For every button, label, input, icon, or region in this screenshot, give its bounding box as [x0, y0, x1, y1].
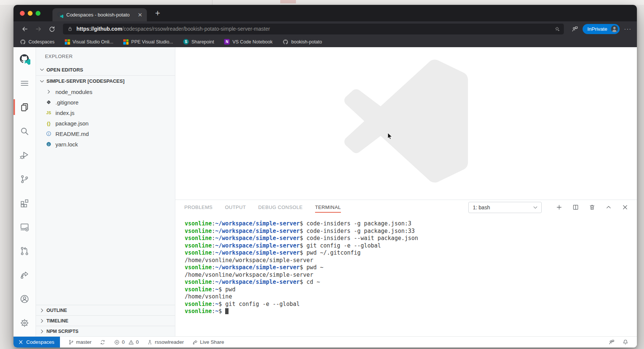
person-icon — [147, 339, 153, 345]
reload-button[interactable] — [46, 23, 58, 34]
menu-icon — [19, 78, 30, 88]
activity-live-share[interactable] — [13, 263, 36, 287]
kill-terminal-button[interactable] — [589, 204, 596, 211]
activity-source-control[interactable] — [13, 167, 36, 191]
bookmark-codespaces[interactable]: Codespaces — [20, 39, 55, 45]
section-npm-scripts[interactable]: NPM SCRIPTS — [36, 326, 175, 336]
notifications-bell-icon[interactable] — [622, 339, 629, 345]
section-label: OUTLINE — [46, 308, 67, 313]
favorite-star-icon[interactable] — [554, 26, 560, 32]
terminal-line: vsonline:~$pwd — [185, 286, 637, 294]
file-node-modules[interactable]: node_modules — [36, 87, 175, 97]
bookmark-sharepoint[interactable]: SSharepoint — [183, 39, 214, 45]
status-remote-codespaces[interactable]: Codespaces — [13, 337, 60, 348]
address-bar[interactable]: https://github.com/codespaces/rssowlread… — [63, 24, 564, 34]
status-sync-button[interactable] — [100, 339, 106, 345]
activity-codespaces-home[interactable] — [13, 47, 36, 71]
section-open-editors[interactable]: OPEN EDITORS — [36, 64, 175, 75]
file-package-json[interactable]: {}package.json — [36, 118, 175, 128]
extensions-icon — [19, 198, 30, 208]
yarn-file-icon — [45, 141, 52, 147]
tab-close-icon[interactable]: ✕ — [137, 12, 143, 18]
status-user[interactable]: rssowlreader — [147, 339, 184, 345]
terminal-stdout: /home/vsonline — [185, 293, 232, 300]
new-terminal-icon — [556, 204, 563, 211]
terminal-prompt-colon: : — [212, 249, 215, 256]
zoom-window-button[interactable] — [36, 11, 40, 16]
new-tab-button[interactable]: + — [155, 9, 160, 18]
terminal-prompt-path: ~/workspace/simple-server — [215, 228, 300, 234]
terminal-command: pwd ~/.gitconfig — [303, 249, 361, 256]
terminal-prompt-path: ~/workspace/simple-server — [215, 220, 300, 227]
panel-tab-problems[interactable]: PROBLEMS — [184, 200, 212, 215]
new-terminal-button[interactable] — [556, 204, 563, 211]
send-feedback-button[interactable] — [569, 23, 581, 34]
split-terminal-button[interactable] — [572, 204, 579, 211]
terminal-line: /home/vsonline/workspace/simple-server — [185, 257, 637, 264]
terminal-command: git config -e --global — [303, 242, 381, 249]
file-name: node_modules — [55, 89, 92, 95]
close-window-button[interactable] — [20, 11, 25, 16]
maximize-panel-button[interactable] — [605, 204, 612, 211]
minimize-window-button[interactable] — [28, 11, 33, 16]
activity-run-debug[interactable] — [13, 143, 36, 167]
activity-extensions[interactable] — [13, 191, 36, 215]
terminal-command: cd ~ — [303, 279, 320, 285]
forward-button[interactable] — [32, 23, 44, 34]
file-readme-md[interactable]: README.md — [36, 128, 175, 139]
browser-menu-button[interactable]: ··· — [624, 26, 632, 32]
activity-menu[interactable] — [13, 71, 36, 95]
panel-tab-terminal[interactable]: TERMINAL — [315, 200, 341, 215]
bookmark-vs-code-notebook[interactable]: NVS Code Notebook — [224, 39, 272, 45]
activity-search[interactable] — [13, 119, 36, 143]
panel-action-icons — [556, 204, 629, 211]
close-panel-button[interactable] — [622, 204, 629, 211]
terminal-prompt-colon: : — [212, 242, 215, 249]
feedback-icon[interactable] — [608, 339, 615, 345]
file-gitignore[interactable]: .gitignore — [36, 97, 175, 107]
panel-tab-output[interactable]: OUTPUT — [225, 200, 246, 215]
bookmark-bookish-potato[interactable]: bookish-potato — [282, 39, 322, 45]
terminal-line: vsonline:~/workspace/simple-server$git c… — [185, 242, 637, 250]
section-timeline[interactable]: TIMELINE — [36, 315, 175, 326]
terminal-line: vsonline:~/workspace/simple-server$code-… — [185, 220, 637, 228]
section-workspace[interactable]: SIMPLE-SERVER [CODESPACES] — [36, 75, 175, 87]
panel-tab-debug-console[interactable]: DEBUG CONSOLE — [258, 200, 303, 215]
chevron-right-icon — [39, 318, 45, 324]
terminal-command: code-insiders --wait package.json — [303, 235, 418, 242]
status-live-share[interactable]: Live Share — [192, 339, 224, 345]
terminal-prompt-colon: : — [212, 235, 215, 242]
terminal-prompt-colon: : — [212, 308, 215, 315]
back-button[interactable] — [19, 23, 31, 34]
gear-icon — [19, 318, 30, 328]
section-outline[interactable]: OUTLINE — [36, 305, 175, 315]
file-list: node_modules.gitignoreJSindex.js{}packag… — [36, 87, 175, 149]
activity-settings[interactable] — [13, 311, 36, 335]
lock-icon — [67, 26, 73, 32]
codespaces-icon — [19, 54, 30, 65]
terminal-output[interactable]: vsonline:~/workspace/simple-server$code-… — [175, 215, 637, 336]
activity-github-pull-requests[interactable] — [13, 239, 36, 263]
activity-remote-explorer[interactable] — [13, 215, 36, 239]
bookmark-visual-studio-onli[interactable]: Visual Studio Onli... — [65, 39, 114, 45]
warning-icon — [128, 339, 134, 345]
ms-logo-square — [67, 42, 70, 45]
bookmark-ppe-visual-studio[interactable]: PPE Visual Studio... — [123, 39, 173, 45]
status-problems[interactable]: 0 0 — [114, 339, 139, 345]
terminal-line: vsonline:~/workspace/simple-server$cd ~ — [185, 279, 637, 286]
reload-icon — [48, 25, 55, 33]
microsoft-logo-icon — [123, 39, 129, 45]
editor-area[interactable] — [175, 47, 637, 200]
terminal-prompt-user: vsonline — [185, 249, 212, 256]
status-branch[interactable]: master — [68, 339, 91, 345]
terminal-line: vsonline:~/workspace/simple-server$code-… — [185, 235, 637, 242]
inprivate-badge[interactable]: InPrivate — [583, 24, 620, 34]
file-index-js[interactable]: JSindex.js — [36, 107, 175, 118]
terminal-shell-select[interactable]: 1: bash — [468, 202, 542, 213]
json-file-icon: {} — [45, 121, 52, 126]
browser-tab[interactable]: Codespaces - bookish-potato ✕ — [52, 8, 147, 21]
file-yarn-lock[interactable]: yarn.lock — [36, 139, 175, 149]
activity-explorer[interactable] — [13, 95, 36, 119]
activity-account[interactable] — [13, 287, 36, 311]
readme-info-icon — [46, 131, 52, 137]
